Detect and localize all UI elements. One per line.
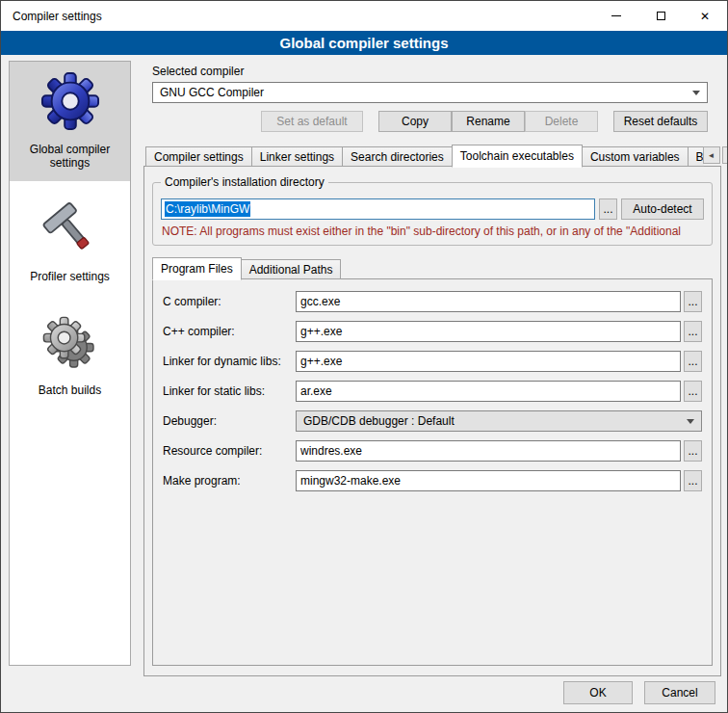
tab-custom-variables[interactable]: Custom variables bbox=[582, 146, 689, 167]
installation-directory-row: C:\raylib\MinGW ... Auto-detect bbox=[161, 198, 704, 220]
maximize-icon bbox=[657, 12, 665, 20]
c-compiler-label: C compiler: bbox=[163, 295, 296, 308]
resource-compiler-browse-button[interactable]: ... bbox=[684, 440, 702, 462]
debugger-label: Debugger: bbox=[163, 414, 296, 428]
debugger-select[interactable]: GDB/CDB debugger : Default bbox=[296, 410, 702, 432]
form-row-dynamic-linker: Linker for dynamic libs: ... bbox=[163, 351, 702, 372]
form-row-c-compiler: C compiler: ... bbox=[163, 291, 702, 312]
compiler-actions: Set as default Copy Rename Delete Reset … bbox=[143, 111, 708, 132]
tab-scroll-right-button[interactable]: ► bbox=[722, 146, 728, 164]
settings-category-list: Global compiler settings Profiler settin… bbox=[9, 61, 131, 666]
settings-tabbar: Compiler settings Linker settings Search… bbox=[145, 144, 721, 167]
cpp-compiler-browse-button[interactable]: ... bbox=[684, 321, 702, 342]
program-files-panel: C compiler: ... C++ compiler: ... Linker… bbox=[152, 278, 713, 666]
banner-title: Global compiler settings bbox=[279, 35, 448, 51]
cpp-compiler-input[interactable] bbox=[296, 321, 681, 342]
compiler-settings-dialog: Compiler settings ✕ Global compiler sett… bbox=[0, 0, 728, 713]
delete-button: Delete bbox=[525, 111, 598, 132]
c-compiler-browse-button[interactable]: ... bbox=[684, 291, 702, 312]
sidebar-item-label: Profiler settings bbox=[30, 270, 110, 283]
resource-compiler-input[interactable] bbox=[296, 440, 681, 462]
window-title: Compiler settings bbox=[1, 1, 594, 31]
static-linker-input[interactable] bbox=[296, 381, 681, 402]
ok-button[interactable]: OK bbox=[563, 681, 633, 704]
dialog-banner: Global compiler settings bbox=[1, 31, 727, 55]
subtab-additional-paths[interactable]: Additional Paths bbox=[241, 259, 342, 279]
tab-compiler-settings[interactable]: Compiler settings bbox=[145, 146, 252, 167]
toolchain-executables-panel: Compiler's installation directory C:\ray… bbox=[143, 166, 721, 676]
profiler-tool-icon bbox=[42, 202, 98, 261]
cpp-compiler-label: C++ compiler: bbox=[163, 325, 296, 338]
form-row-static-linker: Linker for static libs: ... bbox=[163, 381, 702, 402]
form-row-make-program: Make program: ... bbox=[163, 470, 702, 491]
subtab-program-files[interactable]: Program Files bbox=[152, 257, 242, 280]
selected-compiler-label: Selected compiler bbox=[152, 65, 721, 79]
dropdown-arrow-icon bbox=[687, 419, 694, 424]
sidebar-item-profiler-settings[interactable]: Profiler settings bbox=[10, 193, 130, 295]
sidebar-item-batch-builds[interactable]: Batch builds bbox=[10, 306, 130, 409]
batch-gears-icon bbox=[42, 316, 98, 375]
sidebar-item-global-compiler-settings[interactable]: Global compiler settings bbox=[10, 62, 130, 181]
installation-note: NOTE: All programs must exist either in … bbox=[162, 224, 704, 239]
resource-compiler-label: Resource compiler: bbox=[163, 444, 296, 458]
sidebar-item-label: Global compiler settings bbox=[13, 143, 126, 170]
dynamic-linker-input[interactable] bbox=[296, 351, 681, 372]
debugger-value: GDB/CDB debugger : Default bbox=[303, 414, 455, 428]
static-linker-label: Linker for static libs: bbox=[163, 384, 296, 398]
tab-scroll-controls: ◄ ► bbox=[703, 146, 728, 164]
cancel-button[interactable]: Cancel bbox=[644, 681, 715, 704]
close-button[interactable]: ✕ bbox=[683, 1, 727, 31]
gear-blue-icon bbox=[40, 71, 100, 134]
form-row-cpp-compiler: C++ compiler: ... bbox=[163, 321, 702, 342]
tab-build-clipped[interactable]: Buil bbox=[688, 146, 704, 167]
reset-defaults-button[interactable]: Reset defaults bbox=[613, 111, 708, 132]
tab-toolchain-executables[interactable]: Toolchain executables bbox=[452, 145, 583, 168]
executables-subtabbar: Program Files Additional Paths bbox=[152, 257, 713, 279]
auto-detect-button[interactable]: Auto-detect bbox=[621, 198, 704, 220]
dynamic-linker-browse-button[interactable]: ... bbox=[684, 351, 702, 372]
make-program-input[interactable] bbox=[296, 470, 681, 491]
main-content: Selected compiler GNU GCC Compiler Set a… bbox=[143, 55, 721, 683]
form-row-resource-compiler: Resource compiler: ... bbox=[163, 440, 702, 462]
c-compiler-input[interactable] bbox=[296, 291, 681, 312]
make-program-browse-button[interactable]: ... bbox=[684, 470, 702, 491]
dropdown-arrow-icon bbox=[692, 91, 700, 95]
set-as-default-button: Set as default bbox=[261, 111, 363, 132]
installation-directory-browse-button[interactable]: ... bbox=[599, 198, 617, 220]
static-linker-browse-button[interactable]: ... bbox=[684, 381, 702, 402]
installation-directory-value: C:\raylib\MinGW bbox=[165, 201, 250, 217]
selected-compiler-value: GNU GCC Compiler bbox=[160, 86, 264, 99]
minimize-icon bbox=[611, 15, 621, 16]
installation-directory-group-label: Compiler's installation directory bbox=[161, 175, 328, 190]
dialog-footer: OK Cancel bbox=[563, 681, 715, 704]
dynamic-linker-label: Linker for dynamic libs: bbox=[163, 355, 296, 368]
close-icon: ✕ bbox=[700, 11, 710, 22]
copy-button[interactable]: Copy bbox=[378, 111, 452, 132]
installation-directory-input[interactable]: C:\raylib\MinGW bbox=[161, 198, 595, 220]
titlebar[interactable]: Compiler settings ✕ bbox=[1, 1, 727, 31]
minimize-button[interactable] bbox=[594, 1, 638, 31]
tab-scroll-left-button[interactable]: ◄ bbox=[703, 146, 720, 164]
sidebar-item-label: Batch builds bbox=[39, 383, 101, 397]
tab-search-directories[interactable]: Search directories bbox=[342, 146, 453, 167]
selected-compiler-select[interactable]: GNU GCC Compiler bbox=[152, 82, 708, 103]
installation-directory-group: Compiler's installation directory C:\ray… bbox=[152, 182, 713, 246]
maximize-button[interactable] bbox=[638, 1, 683, 31]
make-program-label: Make program: bbox=[163, 474, 296, 488]
form-row-debugger: Debugger: GDB/CDB debugger : Default bbox=[163, 410, 702, 432]
tab-linker-settings[interactable]: Linker settings bbox=[251, 146, 343, 167]
rename-button[interactable]: Rename bbox=[452, 111, 525, 132]
